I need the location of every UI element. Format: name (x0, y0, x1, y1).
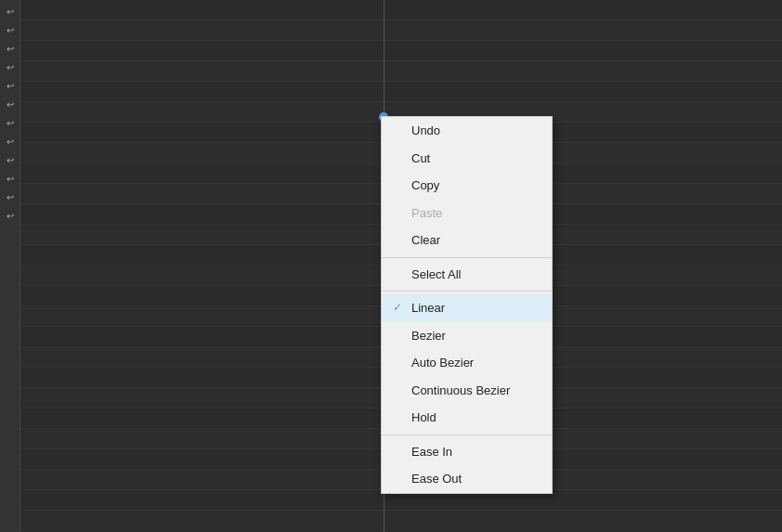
menu-item-paste: Paste (382, 200, 552, 227)
menu-item-copy[interactable]: Copy (382, 172, 552, 200)
sidebar-icon-4[interactable]: ↩ (3, 59, 18, 74)
sidebar-icon-9[interactable]: ↩ (3, 152, 18, 167)
menu-item-auto-bezier[interactable]: Auto Bezier (382, 349, 552, 377)
separator-1 (382, 257, 552, 258)
sidebar-icon-1[interactable]: ↩ (3, 4, 18, 19)
separator-3 (382, 435, 552, 435)
sidebar-icon-12[interactable]: ↩ (3, 208, 18, 223)
context-menu: Undo Cut Copy Paste Clear Select All Lin… (381, 116, 553, 494)
sidebar-icon-2[interactable]: ↩ (3, 22, 18, 37)
sidebar-icon-5[interactable]: ↩ (3, 78, 18, 93)
menu-item-select-all[interactable]: Select All (382, 261, 552, 289)
sidebar-icon-3[interactable]: ↩ (3, 41, 18, 56)
menu-item-hold[interactable]: Hold (382, 404, 552, 432)
sidebar-icon-11[interactable]: ↩ (3, 189, 18, 204)
menu-item-cut[interactable]: Cut (382, 145, 552, 173)
separator-2 (382, 291, 552, 292)
sidebar-icon-7[interactable]: ↩ (3, 115, 18, 130)
menu-item-ease-in[interactable]: Ease In (382, 438, 552, 466)
menu-item-undo[interactable]: Undo (382, 117, 552, 145)
menu-item-ease-out[interactable]: Ease Out (382, 465, 552, 493)
sidebar-icon-6[interactable]: ↩ (3, 97, 18, 111)
menu-item-continuous-bezier[interactable]: Continuous Bezier (382, 377, 552, 405)
sidebar: ↩ ↩ ↩ ↩ ↩ ↩ ↩ ↩ ↩ ↩ ↩ ↩ (0, 0, 20, 532)
sidebar-icon-8[interactable]: ↩ (3, 134, 18, 149)
menu-item-linear[interactable]: Linear (382, 294, 552, 322)
menu-item-bezier[interactable]: Bezier (382, 322, 552, 350)
sidebar-icon-10[interactable]: ↩ (3, 171, 18, 186)
menu-item-clear[interactable]: Clear (382, 227, 552, 254)
